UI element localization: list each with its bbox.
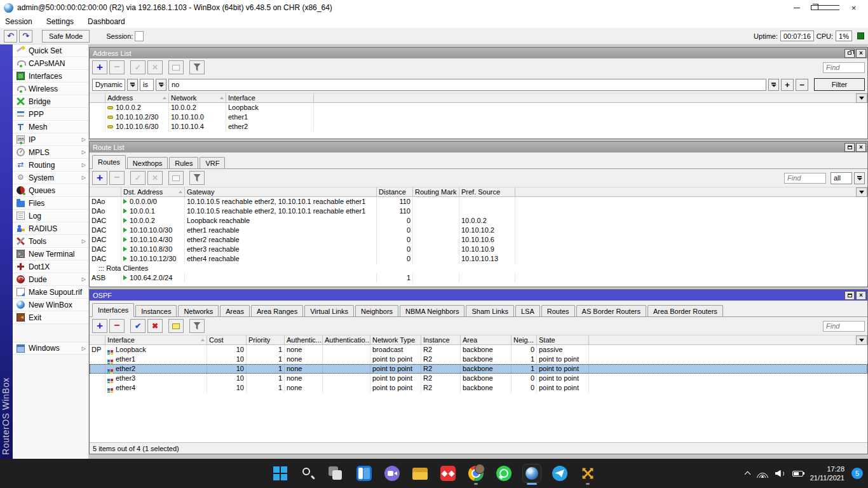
ospf-interface-row-selected[interactable]: ether2 10 1 none point to point R2 backb… (90, 364, 867, 374)
scope-combo[interactable]: all (831, 172, 852, 184)
sidebar-item-capsman[interactable]: CAPsMAN (13, 57, 88, 70)
sidebar-item-tools[interactable]: Tools▷ (13, 235, 88, 248)
tab-routes[interactable]: Routes (541, 305, 575, 316)
sidebar-item-log[interactable]: Log (13, 210, 88, 222)
route-row[interactable]: DAC 10.10.10.8/30 ether3 reachable 0 10.… (90, 245, 867, 254)
filter-button[interactable] (189, 60, 205, 74)
taskbar-winbox-active[interactable] (521, 461, 543, 486)
sidebar-item-quick-set[interactable]: Quick Set (13, 44, 88, 57)
sidebar-item-make-supout[interactable]: Make Supout.rif (13, 286, 88, 299)
ospf-interface-row[interactable]: ether3 10 1 none point to point R2 backb… (90, 374, 867, 383)
column-select-button[interactable] (856, 336, 867, 345)
add-button[interactable]: + (92, 319, 107, 333)
close-window-button[interactable]: × (856, 291, 866, 300)
filter-op-combo[interactable]: is (140, 79, 154, 91)
taskbar-app-blue[interactable] (353, 461, 375, 486)
enable-button[interactable]: ✔ (130, 319, 146, 333)
enable-button[interactable]: ✓ (130, 171, 146, 185)
column-priority[interactable]: Priority (247, 336, 285, 344)
sidebar-item-routing[interactable]: ⇄Routing▷ (13, 159, 88, 172)
sidebar-item-radius[interactable]: RADIUS (13, 222, 88, 235)
restore-button[interactable] (811, 0, 839, 15)
sidebar-item-windows[interactable]: Windows▷ (13, 342, 88, 355)
find-input[interactable] (823, 62, 865, 73)
sidebar-item-queues[interactable]: Queues (13, 184, 88, 197)
tab-neighbors[interactable]: Neighbors (355, 305, 398, 316)
disable-button[interactable]: ✕ (147, 60, 163, 74)
tab-lsa[interactable]: LSA (515, 305, 540, 316)
taskbar-file-explorer[interactable] (409, 461, 431, 486)
column-routing-mark[interactable]: Routing Mark (413, 187, 459, 196)
filter-field-dropdown-button[interactable] (127, 79, 138, 91)
column-interface[interactable]: Interface (226, 93, 314, 102)
menu-session[interactable]: Session (5, 17, 32, 26)
tab-area-border-routers[interactable]: Area Border Routers (648, 305, 723, 316)
remove-button[interactable]: − (109, 319, 125, 333)
address-row[interactable]: 10.0.0.2 10.0.0.2 Loopback (90, 103, 867, 112)
sidebar-item-files[interactable]: Files (13, 197, 88, 210)
column-gateway[interactable]: Gateway (185, 187, 377, 196)
column-instance[interactable]: Instance (421, 336, 461, 344)
column-distance[interactable]: Distance (377, 187, 413, 196)
sidebar-item-exit[interactable]: Exit (13, 311, 88, 324)
sidebar-item-interfaces[interactable]: Interfaces (13, 70, 88, 83)
filter-plus-button[interactable]: + (781, 79, 794, 91)
filter-button[interactable] (189, 319, 205, 333)
ospf-interface-row[interactable]: ether1 10 1 none point to point R2 backb… (90, 355, 867, 364)
ospf-titlebar[interactable]: OSPF × (90, 290, 867, 301)
taskbar-chat[interactable] (381, 461, 403, 486)
restore-window-button[interactable] (844, 49, 855, 58)
tab-areas[interactable]: Areas (220, 305, 250, 316)
tab-interfaces[interactable]: Interfaces (92, 303, 134, 317)
column-pref-source[interactable]: Pref. Source (459, 187, 515, 196)
taskbar-telegram[interactable] (549, 461, 571, 486)
wifi-icon[interactable] (757, 470, 768, 478)
find-input[interactable] (823, 321, 865, 332)
redo-button[interactable]: ↷ (19, 30, 32, 43)
taskbar-clock[interactable]: 17:28 21/11/2021 (810, 464, 844, 482)
route-row[interactable]: DAC 10.10.10.12/30 ether4 reachable 0 10… (90, 254, 867, 264)
column-cost[interactable]: Cost (207, 336, 247, 344)
address-row[interactable]: 10.10.10.6/30 10.10.10.4 ether2 (90, 122, 867, 132)
menu-settings[interactable]: Settings (46, 17, 74, 26)
close-window-button[interactable]: × (856, 49, 866, 58)
add-button[interactable]: + (92, 60, 107, 74)
filter-add-dropdown-button[interactable] (768, 79, 779, 91)
tab-nexthops[interactable]: Nexthops (127, 157, 168, 168)
volume-icon[interactable] (775, 470, 785, 478)
session-input[interactable] (135, 31, 144, 41)
remove-button[interactable]: − (109, 171, 125, 185)
comment-button[interactable] (168, 171, 184, 185)
column-dst-address[interactable]: Dst. Address (121, 187, 185, 196)
route-row[interactable]: DAC 10.10.10.4/30 ether2 reachable 0 10.… (90, 235, 867, 245)
comment-button[interactable] (168, 60, 184, 74)
filter-op-dropdown-button[interactable] (156, 79, 166, 91)
route-row[interactable]: DAo 10.0.0.1 10.10.10.5 reachable ether2… (90, 207, 867, 216)
column-authentication-key[interactable]: Authenticatio... (323, 336, 370, 344)
sidebar-item-bridge[interactable]: Bridge (13, 95, 88, 108)
tab-vrf[interactable]: VRF (200, 157, 225, 168)
safe-mode-button[interactable]: Safe Mode (42, 30, 90, 43)
taskbar-network-tool[interactable] (577, 461, 599, 486)
enable-button[interactable]: ✓ (130, 60, 146, 74)
taskbar-app-red[interactable] (437, 461, 459, 486)
ospf-interface-row[interactable]: ether4 10 1 none point to point R2 backb… (90, 383, 867, 393)
sidebar-item-new-winbox[interactable]: New WinBox (13, 299, 88, 311)
column-select-button[interactable] (856, 93, 867, 103)
sidebar-item-ppp[interactable]: PPP (13, 108, 88, 121)
column-address[interactable]: Address (105, 93, 169, 102)
apply-filter-button[interactable]: Filter (814, 78, 865, 91)
route-row[interactable]: DAC 10.10.10.0/30 ether1 reachable 0 10.… (90, 226, 867, 235)
route-comment-row[interactable]: ::: Rota Clientes (90, 264, 867, 273)
tab-networks[interactable]: Networks (178, 305, 219, 316)
sidebar-item-dude[interactable]: Dude▷ (13, 273, 88, 286)
tab-rules[interactable]: Rules (169, 157, 198, 168)
sidebar-item-ip[interactable]: 255IP▷ (13, 133, 88, 146)
route-row[interactable]: DAo 0.0.0.0/0 10.10.10.5 reachable ether… (90, 197, 867, 207)
column-authentication[interactable]: Authentic... (285, 336, 323, 344)
filter-value-input[interactable] (168, 79, 766, 91)
tab-sham-links[interactable]: Sham Links (466, 305, 513, 316)
column-state[interactable]: State (537, 336, 589, 344)
taskbar-search[interactable] (297, 461, 319, 486)
sidebar-item-wireless[interactable]: Wireless (13, 83, 88, 95)
